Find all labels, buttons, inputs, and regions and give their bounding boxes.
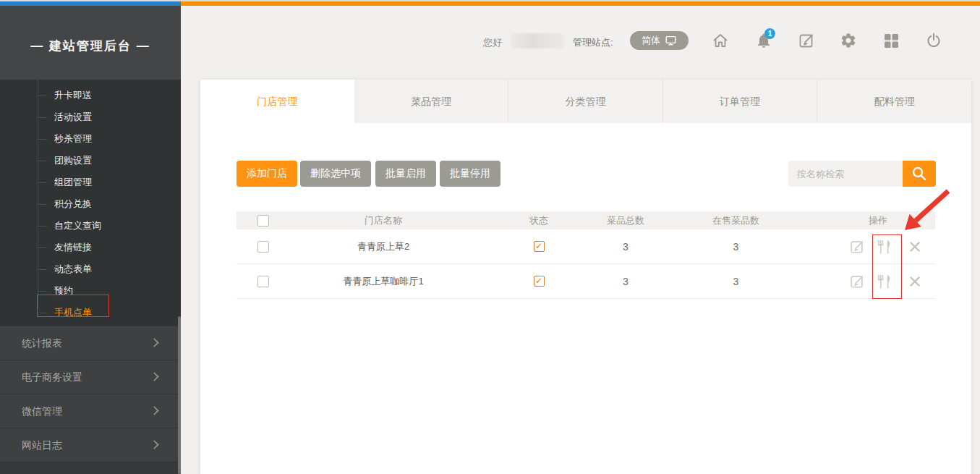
tab-store-management[interactable]: 门店管理	[200, 80, 354, 123]
top-navbar: 您好 管理站点: 简体 1	[181, 6, 980, 78]
sidebar-section-ecommerce[interactable]: 电子商务设置	[0, 360, 181, 394]
table-row: 青青原上草2 ✓ 3 3	[237, 229, 935, 264]
bell-icon[interactable]: 1	[755, 32, 772, 49]
sidebar-item-friend-links[interactable]: 友情链接	[0, 237, 181, 258]
total-dishes: 3	[600, 241, 651, 253]
tab-order-management[interactable]: 订单管理	[662, 80, 817, 123]
onsale-dishes: 3	[651, 241, 821, 253]
sidebar-item-card-gift[interactable]: 升卡即送	[0, 85, 181, 106]
status-checkbox-checked[interactable]: ✓	[534, 276, 545, 287]
store-name: 青青原上草咖啡厅1	[289, 275, 477, 288]
site-label: 管理站点:	[573, 36, 613, 49]
search-input[interactable]	[788, 161, 903, 187]
sidebar-scrollbar-thumb[interactable]	[178, 316, 181, 474]
sidebar-item-group-buy[interactable]: 团购设置	[0, 150, 181, 172]
sidebar-header: — 建站管理后台 —	[0, 6, 181, 80]
sidebar-section-site-log[interactable]: 网站日志	[0, 428, 181, 462]
greeting-text: 您好	[483, 36, 502, 49]
sidebar-item-group-manage[interactable]: 组团管理	[0, 172, 181, 193]
chevron-right-icon	[150, 338, 159, 347]
app-title: — 建站管理后台 —	[0, 38, 181, 54]
sidebar-item-mobile-ordering[interactable]: 手机点单	[0, 302, 181, 323]
store-table: 门店名称 状态 菜品总数 在售菜品数 操作 青青原上草2 ✓ 3 3	[237, 211, 935, 299]
delete-icon[interactable]	[909, 276, 921, 287]
home-icon[interactable]	[712, 32, 729, 49]
store-name: 青青原上草2	[289, 240, 477, 253]
admin-page: — 建站管理后台 — 升卡即送 活动设置 秒杀管理 团购设置 组团管理 积分兑换…	[0, 0, 980, 474]
chevron-right-icon	[150, 372, 159, 381]
tab-category-management[interactable]: 分类管理	[508, 80, 662, 123]
sidebar-bottom-strip	[0, 462, 181, 474]
dining-icon[interactable]	[874, 274, 896, 289]
batch-enable-button[interactable]: 批量启用	[375, 161, 436, 187]
total-dishes: 3	[600, 276, 651, 287]
row-checkbox[interactable]	[257, 276, 269, 287]
locale-switch-button[interactable]: 简体	[630, 31, 689, 50]
status-checkbox-checked[interactable]: ✓	[534, 241, 545, 252]
tab-ingredient-management[interactable]: 配料管理	[817, 80, 971, 123]
sidebar-item-dynamic-form[interactable]: 动态表单	[0, 258, 181, 280]
select-all-checkbox[interactable]	[257, 215, 269, 227]
power-icon[interactable]	[925, 32, 942, 49]
col-total-dishes: 菜品总数	[600, 214, 651, 227]
sidebar-sections: 统计报表 电子商务设置 微信管理 网站日志	[0, 326, 181, 462]
redacted-username	[511, 33, 564, 48]
delete-icon[interactable]	[909, 241, 921, 253]
batch-disable-button[interactable]: 批量停用	[440, 161, 500, 187]
sidebar-section-wechat[interactable]: 微信管理	[0, 394, 181, 428]
col-store-name: 门店名称	[289, 214, 477, 227]
row-checkbox[interactable]	[257, 241, 269, 253]
delete-selected-button[interactable]: 删除选中项	[300, 161, 371, 187]
monitor-icon	[665, 35, 677, 46]
chevron-right-icon	[150, 440, 159, 449]
search-icon	[911, 165, 928, 182]
edit-icon[interactable]	[849, 239, 865, 255]
add-store-button[interactable]: 添加门店	[237, 161, 297, 187]
sidebar-item-custom-query[interactable]: 自定义查询	[0, 215, 181, 237]
sidebar: — 建站管理后台 — 升卡即送 活动设置 秒杀管理 团购设置 组团管理 积分兑换…	[0, 6, 181, 474]
onsale-dishes: 3	[651, 276, 821, 287]
sidebar-item-points[interactable]: 积分兑换	[0, 193, 181, 215]
sidebar-item-reservation[interactable]: 预约	[0, 280, 181, 302]
tab-dish-management[interactable]: 菜品管理	[354, 80, 508, 123]
content-card: 门店管理 菜品管理 分类管理 订单管理 配料管理 添加门店 删除选中项 批量启用…	[200, 80, 971, 474]
sidebar-section-statistics[interactable]: 统计报表	[0, 326, 181, 360]
locale-label: 简体	[642, 34, 660, 47]
col-actions: 操作	[821, 211, 935, 229]
dining-icon[interactable]	[874, 239, 896, 255]
table-row: 青青原上草咖啡厅1 ✓ 3 3	[237, 264, 935, 299]
sidebar-item-flash-sale[interactable]: 秒杀管理	[0, 128, 181, 150]
search-button[interactable]	[903, 161, 936, 187]
chevron-right-icon	[150, 406, 159, 415]
table-header-row: 门店名称 状态 菜品总数 在售菜品数 操作	[237, 211, 935, 229]
col-onsale-dishes: 在售菜品数	[651, 214, 821, 227]
gear-icon[interactable]	[840, 32, 857, 49]
notification-badge: 1	[764, 28, 775, 39]
edit-icon[interactable]	[849, 274, 865, 289]
tab-bar: 门店管理 菜品管理 分类管理 订单管理 配料管理	[200, 80, 971, 123]
sidebar-item-activity[interactable]: 活动设置	[0, 106, 181, 128]
apps-grid-icon[interactable]	[882, 32, 900, 49]
col-status: 状态	[477, 214, 600, 227]
sidebar-submenu: 升卡即送 活动设置 秒杀管理 团购设置 组团管理 积分兑换 自定义查询 友情链接…	[0, 80, 181, 326]
compose-icon[interactable]	[798, 32, 815, 49]
